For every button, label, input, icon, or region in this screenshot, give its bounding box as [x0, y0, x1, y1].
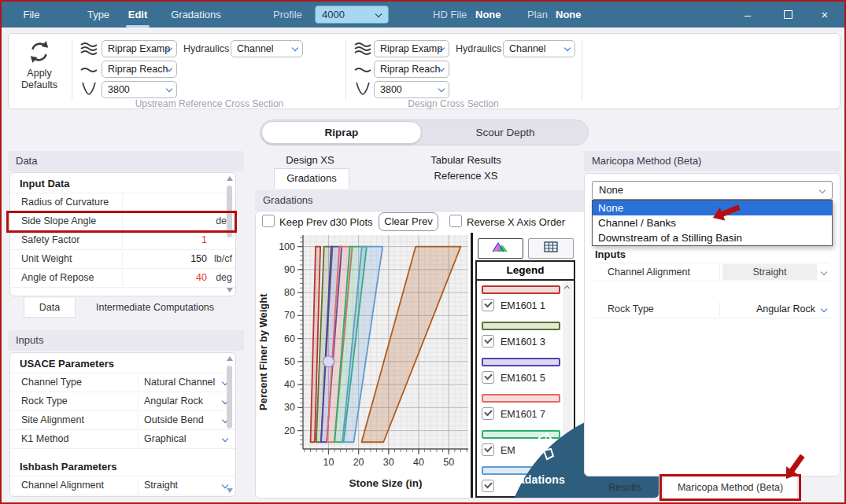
legend-checkbox[interactable]: [482, 407, 494, 420]
legend-label: EM1601 5: [501, 373, 545, 384]
tab-scour-depth[interactable]: Scour Depth: [423, 120, 588, 145]
menu-gradations[interactable]: Gradations: [168, 2, 224, 28]
svg-text:100: 100: [279, 241, 295, 252]
value-field[interactable]: 40: [183, 272, 207, 283]
design-example-select[interactable]: Riprap Examp: [374, 40, 449, 57]
channel-alignment-select[interactable]: Straight: [722, 264, 817, 280]
legend-checkbox[interactable]: [482, 371, 494, 384]
legend-item: EM1601 5: [482, 358, 560, 385]
dropdown-option[interactable]: Downstream of a Stilling Basin: [593, 230, 832, 245]
upstream-hydraulics-select[interactable]: Channel: [231, 40, 303, 57]
scroll-up-icon[interactable]: [227, 356, 233, 361]
refresh-icon: [28, 40, 51, 64]
svg-text:30: 30: [284, 402, 295, 413]
close-icon[interactable]: ×: [809, 2, 840, 28]
toolbar-separator: [72, 40, 72, 100]
tab-riprap[interactable]: Riprap: [261, 121, 422, 144]
legend-label: EM1601 1: [501, 300, 545, 311]
legend-swatch: [482, 358, 560, 366]
rock-type-select[interactable]: Angular Rock: [722, 304, 815, 315]
inputs-panel-card: USACE Parameters Channel Type Natural Ch…: [9, 352, 236, 497]
scroll-up-icon[interactable]: [227, 176, 233, 181]
legend-table-view-button[interactable]: [528, 238, 574, 259]
value-field[interactable]: 1: [183, 234, 207, 245]
reverse-x-axis-checkbox[interactable]: [449, 215, 462, 227]
inputs-panel-scrollbar[interactable]: [225, 355, 235, 495]
minimize-icon[interactable]: –: [732, 2, 763, 28]
legend-checkbox[interactable]: [482, 299, 494, 311]
menu-file[interactable]: File: [17, 2, 46, 28]
menu-type[interactable]: Type: [83, 2, 114, 28]
maricopa-method-select[interactable]: None: [592, 181, 833, 200]
legend-checkbox[interactable]: [482, 443, 494, 456]
legend-title: Legend: [475, 260, 575, 281]
value-select[interactable]: Outside Bend: [144, 414, 204, 425]
tab-data[interactable]: Data: [24, 298, 76, 318]
data-panel-scrollbar[interactable]: [225, 175, 235, 294]
upstream-reach-select[interactable]: Riprap Reach: [102, 61, 177, 78]
input-row: Rock Type Angular Rock: [10, 392, 235, 411]
menu-edit[interactable]: Edit: [122, 2, 153, 28]
title-bar: File Type Edit Gradations Profile 4000 H…: [2, 2, 844, 28]
scroll-down-icon[interactable]: [227, 288, 233, 292]
legend-chart-view-button[interactable]: [478, 238, 523, 259]
value-field[interactable]: 150: [183, 253, 207, 264]
scroll-thumb[interactable]: [227, 366, 232, 429]
triple-wave-icon: [353, 42, 372, 56]
value-select[interactable]: Straight: [144, 480, 178, 491]
hd-file-label: HD File: [433, 2, 467, 28]
svg-text:90: 90: [284, 264, 295, 275]
application-window: File Type Edit Gradations Profile 4000 H…: [0, 0, 846, 504]
plan-label: Plan: [527, 2, 548, 28]
annotation-rect-side-slope: [6, 211, 237, 233]
reverse-x-axis-label: Reverse X Axis Order: [467, 216, 565, 228]
annotation-arrow-maricopa-tab: [779, 440, 826, 480]
legend-item: EM1601 1: [482, 285, 560, 313]
input-row: Site Alignment Outside Bend: [10, 411, 235, 430]
design-reach-select[interactable]: Riprap Reach: [374, 61, 449, 78]
data-row: Unit Weight 150 lb/cf: [10, 250, 235, 269]
active-menu-underline: [126, 25, 150, 28]
profile-select[interactable]: 4000: [315, 6, 389, 24]
tab-intermediate-computations[interactable]: Intermediate Computations: [80, 298, 230, 318]
maximize-glyph: [784, 10, 792, 19]
group-caption-upstream: Upstream Reference Cross Section: [76, 98, 343, 109]
tab-tabular-results[interactable]: Tabular Results: [411, 154, 521, 170]
apply-defaults-button[interactable]: Apply Defaults: [15, 39, 64, 105]
tab-results[interactable]: Results: [601, 478, 648, 498]
maximize-icon[interactable]: [773, 2, 804, 28]
legend-swatch: [482, 394, 560, 403]
profile-value: 4000: [322, 9, 345, 20]
upstream-station-select[interactable]: 3800: [102, 81, 177, 98]
data-row: Radius of Curvature ft: [10, 193, 235, 212]
value-select[interactable]: Graphical: [144, 433, 187, 444]
tab-reference-xs[interactable]: Reference XS: [411, 170, 521, 186]
scroll-up-icon[interactable]: [564, 285, 570, 291]
chevron-down-icon: [438, 86, 445, 92]
svg-text:10: 10: [323, 457, 334, 468]
tab-design-xs[interactable]: Design XS: [279, 154, 342, 170]
single-wave-icon: [353, 65, 372, 75]
legend-label: EM1601 3: [501, 337, 545, 348]
data-panel-header: Data: [8, 151, 244, 171]
hd-file-value[interactable]: None: [475, 2, 501, 28]
keep-prev-d30-checkbox[interactable]: [262, 215, 275, 227]
svg-text:60: 60: [284, 333, 295, 344]
clear-prev-button[interactable]: Clear Prev: [379, 212, 438, 231]
tab-gradations[interactable]: Gradations: [274, 168, 349, 189]
chevron-down-icon: [564, 45, 571, 51]
value-select[interactable]: Natural Channel: [144, 377, 215, 388]
channel-alignment-label: Channel Alignment: [608, 267, 690, 278]
design-hydraulics-select[interactable]: Channel: [503, 40, 575, 57]
legend-checkbox[interactable]: [482, 335, 494, 348]
apply-defaults-label: Apply Defaults: [15, 68, 64, 91]
value-select[interactable]: Angular Rock: [144, 395, 203, 407]
chevron-down-icon: [821, 269, 827, 275]
chart-legend-divider: [471, 233, 473, 498]
upstream-example-select[interactable]: Riprap Examp: [102, 40, 177, 57]
design-station-select[interactable]: 3800: [374, 81, 449, 98]
legend-item: EM1601 7: [482, 394, 560, 421]
plan-value[interactable]: None: [556, 2, 582, 28]
scroll-down-icon[interactable]: [227, 488, 233, 493]
legend-swatch: [482, 285, 560, 294]
